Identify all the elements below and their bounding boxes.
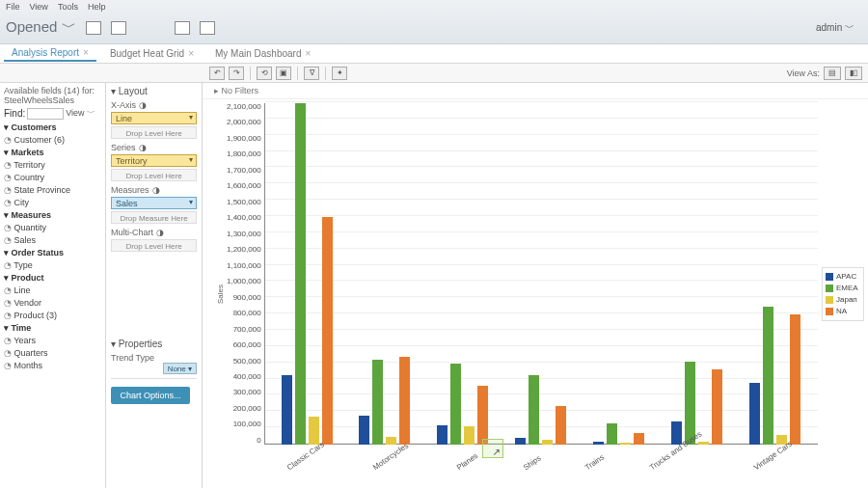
measures-drop[interactable]: Drop Measure Here (111, 211, 197, 224)
bar[interactable] (372, 360, 383, 445)
field-item[interactable]: Territory (4, 159, 101, 172)
measures-field[interactable]: Sales (111, 197, 197, 209)
field-category[interactable]: ▾ Order Status (4, 247, 101, 259)
bar[interactable] (749, 383, 760, 445)
legend-item[interactable]: NA (826, 306, 860, 317)
field-item[interactable]: Years (4, 335, 101, 347)
save-icon[interactable] (175, 21, 190, 35)
layout-title[interactable]: ▾ Layout (111, 86, 197, 96)
export-icon[interactable]: ▣ (276, 67, 291, 80)
menu-view[interactable]: View (30, 2, 48, 12)
menu-file[interactable]: File (6, 2, 20, 12)
field-item[interactable]: Country (4, 172, 101, 184)
tab-analysis-report[interactable]: Analysis Report× (4, 45, 96, 62)
legend-item[interactable]: EMEA (826, 283, 860, 294)
field-item[interactable]: City (4, 197, 101, 209)
menu-tools[interactable]: Tools (58, 2, 78, 12)
field-category[interactable]: ▾ Customers (4, 122, 101, 134)
save-as-icon[interactable] (200, 21, 215, 35)
fields-view-dropdown[interactable]: View ﹀ (66, 107, 95, 120)
legend-item[interactable]: Japan (826, 294, 860, 306)
close-icon[interactable]: × (83, 47, 89, 58)
filter-icon[interactable]: ∇ (304, 67, 319, 80)
field-item[interactable]: Sales (4, 234, 101, 247)
bar[interactable] (322, 217, 333, 445)
bar[interactable] (450, 364, 461, 445)
info-icon: ◑ (139, 100, 147, 110)
tab-my-main-dashboard[interactable]: My Main Dashboard× (207, 46, 318, 61)
bar[interactable] (556, 406, 566, 445)
bar[interactable] (790, 314, 800, 445)
field-item[interactable]: Customer (6) (4, 134, 101, 147)
tab-budget-heat-grid[interactable]: Budget Heat Grid× (102, 46, 202, 61)
field-item[interactable]: Quarters (4, 347, 101, 360)
bar-group (359, 103, 410, 445)
field-item[interactable]: Months (4, 360, 101, 372)
reset-icon[interactable]: ⟲ (257, 67, 272, 80)
user-dropdown[interactable]: admin ﹀ (816, 21, 862, 35)
y-tick: 1,700,000 (227, 167, 261, 175)
trend-type-select[interactable]: None ▾ (163, 363, 197, 374)
xaxis-field[interactable]: Line (111, 112, 197, 124)
settings-icon[interactable]: ✦ (332, 67, 347, 80)
redo-icon[interactable]: ↷ (229, 67, 244, 80)
field-item[interactable]: Type (4, 259, 101, 272)
bar[interactable] (529, 375, 539, 445)
field-category[interactable]: ▾ Product (4, 272, 101, 285)
properties-title[interactable]: ▾ Properties (111, 339, 197, 349)
plot-area: Classic CarsMotorcyclesPlanesShipsTrains… (264, 103, 818, 452)
view-table-icon[interactable]: ▤ (824, 67, 841, 80)
bar[interactable] (607, 423, 617, 445)
xaxis-label: X-Axis ◑ (111, 100, 197, 110)
bar[interactable] (386, 437, 396, 445)
field-item[interactable]: Line (4, 285, 101, 297)
sub-toolbar: ↶ ↷ ⟲ ▣ ∇ ✦ View As: ▤ ▮▯ (0, 64, 868, 83)
bar[interactable] (763, 307, 773, 445)
bar[interactable] (515, 438, 526, 445)
field-item[interactable]: State Province (4, 184, 101, 197)
opened-dropdown[interactable]: Opened ﹀ (6, 18, 76, 37)
legend-item[interactable]: APAC (826, 271, 860, 283)
xaxis-drop[interactable]: Drop Level Here (111, 126, 197, 139)
view-chart-icon[interactable]: ▮▯ (845, 67, 862, 80)
bar[interactable] (437, 425, 448, 445)
open-folder-icon[interactable] (86, 21, 101, 35)
bar[interactable] (712, 369, 722, 445)
undo-icon[interactable]: ↶ (209, 67, 225, 80)
bar[interactable] (295, 103, 306, 445)
find-input[interactable] (27, 108, 64, 120)
chart-options-button[interactable]: Chart Options... (111, 387, 190, 404)
bar[interactable] (359, 416, 369, 445)
field-category[interactable]: ▾ Time (4, 322, 101, 335)
series-field[interactable]: Territory (111, 154, 197, 167)
bar[interactable] (399, 357, 410, 445)
field-item[interactable]: Product (3) (4, 310, 101, 322)
bar[interactable] (698, 442, 709, 445)
bar[interactable] (464, 426, 475, 445)
close-icon[interactable]: × (188, 48, 194, 59)
bar[interactable] (477, 386, 488, 445)
new-doc-icon[interactable] (111, 21, 126, 35)
bar[interactable] (634, 433, 644, 445)
field-category[interactable]: ▾ Measures (4, 209, 101, 222)
close-icon[interactable]: × (305, 48, 311, 59)
y-tick: 1,400,000 (227, 214, 261, 222)
bar[interactable] (620, 443, 631, 445)
field-item[interactable]: Vendor (4, 297, 101, 310)
multichart-drop[interactable]: Drop Level Here (111, 239, 197, 252)
no-filters-label[interactable]: ▸ No Filters (203, 83, 868, 99)
bar[interactable] (282, 375, 292, 445)
bar[interactable] (542, 440, 553, 445)
series-drop[interactable]: Drop Level Here (111, 169, 197, 181)
legend-label: NA (836, 306, 847, 317)
y-tick: 300,000 (233, 389, 261, 396)
legend-swatch (826, 308, 833, 315)
y-axis-label: Sales (214, 103, 227, 484)
y-tick: 2,000,000 (227, 119, 261, 126)
menu-help[interactable]: Help (88, 2, 106, 12)
field-category[interactable]: ▾ Markets (4, 147, 101, 159)
bar[interactable] (309, 417, 319, 445)
bar[interactable] (593, 442, 604, 445)
field-item[interactable]: Quantity (4, 222, 101, 234)
top-bar: File View Tools Help Opened ﹀ admin ﹀ (0, 0, 868, 44)
